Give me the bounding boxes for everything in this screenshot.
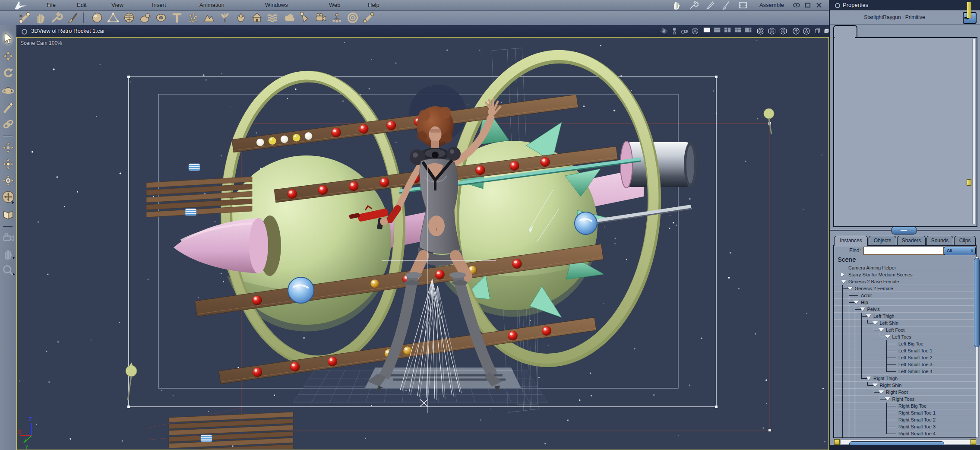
scale-tool-icon[interactable] bbox=[2, 84, 14, 98]
torus-icon[interactable] bbox=[155, 12, 168, 24]
expand-triangle-icon[interactable] bbox=[873, 321, 878, 325]
expand-triangle-icon[interactable] bbox=[879, 390, 884, 394]
menu-windows[interactable]: Windows bbox=[265, 2, 288, 8]
tree-row[interactable]: Left Small Toe 2 bbox=[834, 354, 976, 361]
eyedropper-tool-icon[interactable] bbox=[2, 101, 14, 115]
target-helper-icon[interactable] bbox=[346, 12, 359, 24]
tree-row[interactable]: Pelvis bbox=[834, 306, 976, 313]
expand-triangle-icon[interactable] bbox=[866, 377, 871, 380]
grab-pan-tool-icon[interactable] bbox=[2, 247, 14, 261]
menu-edit[interactable]: Edit bbox=[77, 2, 86, 8]
group-icon[interactable] bbox=[330, 12, 343, 24]
find-input[interactable] bbox=[863, 247, 944, 255]
tree-row[interactable]: Left Foot bbox=[834, 326, 976, 333]
tree-row[interactable]: Left Small Toe 1 bbox=[834, 347, 976, 354]
camera-tool-icon[interactable] bbox=[2, 231, 14, 244]
expand-triangle-icon[interactable] bbox=[847, 287, 853, 290]
layout-split-h-icon[interactable] bbox=[713, 27, 722, 35]
globe-mode-1-icon[interactable] bbox=[756, 27, 765, 35]
tree-row[interactable]: Starry Sky for Medium Scenes bbox=[834, 271, 976, 278]
cloud-icon[interactable] bbox=[282, 12, 295, 24]
layout-big-left-icon[interactable] bbox=[744, 27, 753, 35]
link-tool-icon[interactable] bbox=[2, 117, 14, 131]
tree-hscroll-track[interactable] bbox=[840, 440, 971, 444]
tree-row[interactable]: Left Small Toe 4 bbox=[834, 368, 976, 375]
tree-row[interactable]: Right Small Toe 2 bbox=[834, 416, 976, 423]
fire-icon[interactable] bbox=[234, 12, 247, 24]
tree-row[interactable]: Left Shin bbox=[834, 320, 976, 326]
plant-icon[interactable] bbox=[218, 12, 231, 24]
panel-knob-icon[interactable] bbox=[835, 3, 840, 8]
menu-view[interactable]: View bbox=[111, 2, 123, 8]
tab-objects[interactable]: Objects bbox=[869, 236, 896, 245]
tab-sounds[interactable]: Sounds bbox=[926, 236, 953, 245]
filter-dropdown[interactable]: All » bbox=[944, 247, 976, 255]
expand-triangle-icon[interactable] bbox=[879, 328, 884, 332]
room-view-tool-icon[interactable] bbox=[2, 208, 14, 222]
expand-triangle-icon[interactable] bbox=[860, 307, 865, 311]
tree-row[interactable]: Right Foot bbox=[834, 389, 976, 396]
tree-row[interactable]: Right Toes bbox=[834, 396, 976, 402]
tree-row[interactable]: Left Toes bbox=[834, 333, 976, 340]
layout-quad-a-icon[interactable] bbox=[724, 27, 732, 35]
menu-animation[interactable]: Animation bbox=[199, 2, 224, 8]
tree-row[interactable]: Left Big Toe bbox=[834, 340, 976, 347]
tree-row[interactable]: Right Thigh bbox=[834, 375, 976, 382]
assemble-hand-icon[interactable] bbox=[671, 0, 682, 10]
tree-row[interactable]: Right Small Toe 3 bbox=[834, 423, 976, 430]
layout-single-icon[interactable] bbox=[703, 27, 711, 35]
tree-row[interactable]: Hip bbox=[834, 299, 976, 306]
properties-scroll-track[interactable] bbox=[972, 39, 975, 224]
wire-ball-icon[interactable] bbox=[691, 27, 699, 35]
viewport-titlebar[interactable]: 3DView of Retro Rocket 1.car bbox=[16, 25, 829, 38]
geodesic-icon[interactable] bbox=[123, 12, 136, 24]
node-links-icon[interactable] bbox=[670, 27, 679, 35]
tree-row[interactable]: Right Small Toe 4 bbox=[834, 430, 976, 437]
hand-tool-icon[interactable] bbox=[34, 12, 47, 24]
tree-row[interactable]: Genesis 2 Base Female bbox=[834, 278, 976, 285]
menu-web[interactable]: Web bbox=[329, 2, 341, 8]
expand-triangle-icon[interactable] bbox=[854, 301, 859, 304]
text-object-icon[interactable] bbox=[171, 12, 183, 24]
redraw-icon[interactable] bbox=[792, 27, 800, 35]
render-film-icon[interactable] bbox=[737, 0, 749, 10]
scene-root-label[interactable]: Scene bbox=[838, 256, 856, 263]
bank-tool-icon[interactable] bbox=[2, 174, 14, 187]
ik-bone-tool-icon[interactable] bbox=[18, 12, 31, 24]
tree-row[interactable]: Camera Aiming Helper bbox=[834, 264, 976, 271]
properties-scroll-thumb[interactable] bbox=[967, 2, 971, 18]
hscroll-right-cap[interactable] bbox=[971, 439, 976, 445]
eye-icon[interactable] bbox=[793, 1, 800, 9]
particles-icon[interactable] bbox=[187, 12, 199, 24]
panel-knob-icon[interactable] bbox=[22, 29, 27, 35]
maximize-icon[interactable] bbox=[804, 1, 812, 9]
ocean-icon[interactable] bbox=[266, 12, 279, 24]
tree-row[interactable]: Left Small Toe 3 bbox=[834, 361, 976, 368]
properties-header[interactable]: Properties bbox=[830, 0, 980, 10]
texture-brush-icon[interactable] bbox=[720, 0, 731, 10]
house-icon[interactable] bbox=[250, 12, 263, 24]
expand-triangle-icon[interactable] bbox=[885, 397, 890, 401]
select-tool-icon[interactable] bbox=[2, 31, 14, 45]
model-wrench-icon[interactable] bbox=[688, 0, 699, 10]
gouraud-icon[interactable] bbox=[802, 27, 811, 35]
terrain-icon[interactable] bbox=[202, 12, 215, 24]
menu-file[interactable]: File bbox=[47, 2, 56, 8]
menu-help[interactable]: Help bbox=[368, 2, 379, 8]
expand-triangle-icon[interactable] bbox=[885, 335, 890, 339]
expand-triangle-icon[interactable] bbox=[873, 383, 878, 387]
tab-instances[interactable]: Instances bbox=[834, 236, 868, 246]
sphere-primitive-icon[interactable] bbox=[91, 12, 104, 24]
wrench-tool-icon[interactable] bbox=[50, 12, 63, 24]
tab-clips[interactable]: Clips bbox=[954, 236, 976, 245]
close-icon[interactable] bbox=[815, 1, 823, 9]
tree-row[interactable]: Left Thigh bbox=[834, 313, 976, 320]
3d-scene[interactable]: Scene Cam 100% bbox=[16, 37, 829, 450]
layout-quad-b-icon[interactable] bbox=[734, 27, 743, 35]
camera-label[interactable]: Scene Cam 100% bbox=[20, 40, 62, 46]
camera-object-icon[interactable] bbox=[314, 12, 327, 24]
tree-row[interactable]: Right Shin bbox=[834, 382, 976, 389]
globe-mode-3-icon[interactable] bbox=[779, 27, 787, 35]
rotate-tool-icon[interactable] bbox=[2, 67, 14, 80]
expand-triangle-icon[interactable] bbox=[841, 280, 846, 283]
